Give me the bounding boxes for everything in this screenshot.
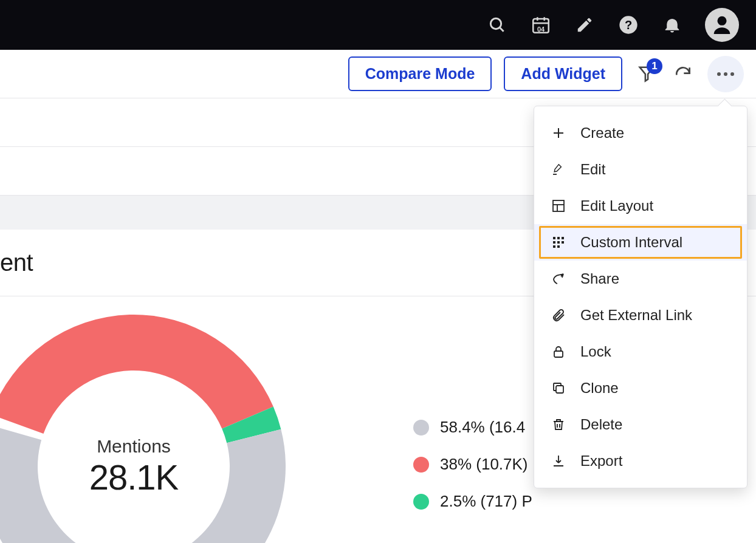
legend-label: 2.5% (717) P (440, 492, 532, 511)
section-title: ent (0, 249, 33, 276)
compare-mode-button[interactable]: Compare Mode (348, 56, 492, 91)
menu-item-label: Edit (580, 161, 605, 178)
search-icon[interactable] (486, 14, 508, 36)
legend-item: 58.4% (16.4 (413, 418, 532, 437)
menu-item-label: Share (580, 270, 619, 287)
menu-item-label: Clone (580, 380, 619, 397)
calendar-grid-icon (550, 235, 567, 250)
menu-item-get-external-link[interactable]: Get External Link (534, 297, 747, 333)
donut-center-label: Mentions (89, 436, 179, 457)
chart-legend: 58.4% (16.438% (10.7K)2.5% (717) P (413, 418, 532, 511)
calendar-icon[interactable]: 04 (530, 14, 552, 36)
legend-label: 58.4% (16.4 (440, 418, 525, 437)
layout-icon (550, 199, 567, 213)
menu-item-label: Create (580, 125, 624, 142)
legend-swatch (413, 457, 429, 473)
menu-item-label: Edit Layout (580, 197, 653, 214)
svg-rect-15 (553, 200, 564, 211)
svg-text:?: ? (625, 18, 632, 32)
share-arrow-icon (550, 272, 567, 286)
menu-item-delete[interactable]: Delete (534, 406, 747, 443)
menu-item-label: Lock (580, 343, 611, 360)
more-options-menu: CreateEditEdit LayoutCustom IntervalShar… (534, 106, 747, 488)
donut-chart: Mentions 28.1K (0, 309, 292, 543)
svg-point-0 (490, 18, 501, 29)
edit-pencil-icon[interactable] (574, 14, 596, 36)
notifications-icon[interactable] (661, 14, 683, 36)
menu-item-label: Export (580, 452, 622, 470)
donut-center-value: 28.1K (89, 457, 179, 497)
plus-icon (550, 126, 567, 140)
page-toolbar: Compare Mode Add Widget 1 (0, 50, 756, 98)
svg-line-1 (500, 27, 503, 31)
menu-item-edit[interactable]: Edit (534, 151, 747, 188)
svg-rect-25 (557, 245, 560, 248)
svg-rect-20 (562, 237, 564, 239)
filter-count-badge: 1 (647, 58, 662, 74)
svg-point-11 (730, 72, 734, 76)
svg-rect-24 (553, 245, 555, 248)
menu-item-custom-interval[interactable]: Custom Interval (534, 224, 747, 261)
menu-item-create[interactable]: Create (534, 115, 747, 151)
user-avatar-icon[interactable] (705, 8, 739, 42)
clone-icon (550, 381, 567, 395)
menu-item-export[interactable]: Export (534, 443, 747, 479)
svg-rect-18 (553, 237, 555, 239)
download-icon (550, 454, 567, 468)
menu-item-share[interactable]: Share (534, 261, 747, 297)
add-widget-button[interactable]: Add Widget (504, 56, 622, 91)
menu-item-clone[interactable]: Clone (534, 370, 747, 406)
menu-item-label: Delete (580, 416, 622, 433)
legend-swatch (413, 494, 429, 510)
svg-point-10 (724, 72, 727, 76)
svg-rect-27 (556, 386, 563, 393)
menu-item-edit-layout[interactable]: Edit Layout (534, 188, 747, 224)
legend-swatch (413, 420, 429, 435)
menu-item-label: Custom Interval (580, 234, 682, 251)
svg-point-9 (717, 72, 721, 76)
lock-icon (550, 344, 567, 359)
svg-rect-22 (557, 241, 560, 244)
legend-item: 2.5% (717) P (413, 492, 532, 511)
more-options-button[interactable] (707, 56, 744, 92)
svg-rect-23 (562, 241, 564, 244)
svg-rect-26 (554, 351, 563, 357)
calendar-day-label: 04 (530, 26, 552, 33)
svg-point-8 (718, 16, 727, 26)
refresh-icon[interactable] (671, 62, 695, 86)
global-header: 04 ? (0, 0, 756, 50)
svg-rect-19 (557, 237, 560, 239)
trash-icon (550, 417, 567, 432)
menu-item-label: Get External Link (580, 307, 692, 324)
paperclip-icon (550, 308, 567, 323)
legend-item: 38% (10.7K) (413, 455, 532, 474)
help-icon[interactable]: ? (617, 14, 639, 36)
svg-rect-21 (553, 241, 555, 244)
legend-label: 38% (10.7K) (440, 455, 528, 474)
menu-item-lock[interactable]: Lock (534, 333, 747, 370)
pencil-line-icon (550, 162, 567, 177)
